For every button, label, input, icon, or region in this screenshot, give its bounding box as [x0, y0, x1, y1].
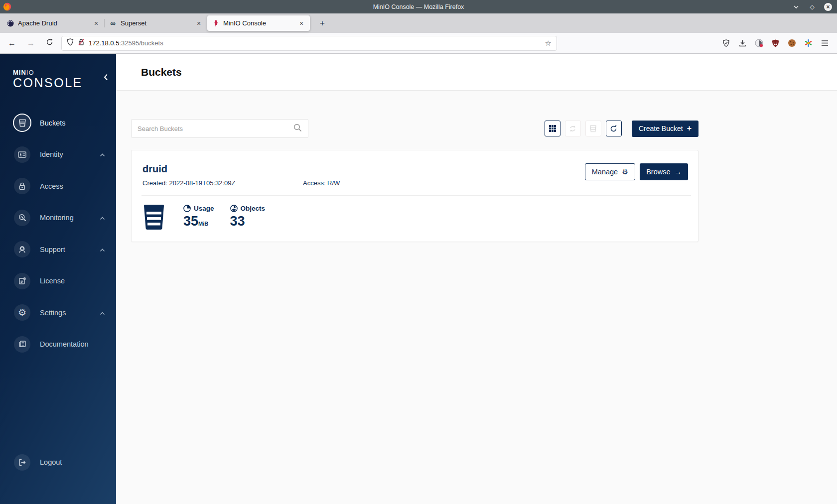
minio-console-logo: MINIO CONSOLE	[0, 54, 116, 90]
support-headset-icon	[14, 241, 30, 257]
logo-console: CONSOLE	[13, 76, 116, 90]
objects-metric: Objects 33	[230, 205, 266, 228]
url-bar[interactable]: 172.18.0.5:32595/buckets ☆	[61, 36, 557, 51]
chevron-up-icon[interactable]	[100, 213, 105, 222]
grid-view-icon	[549, 125, 556, 132]
browser-tabbar: Apache Druid × ∞ Superset × MinIO Consol…	[0, 13, 837, 33]
search-box[interactable]	[131, 119, 308, 138]
identity-card-icon	[14, 146, 30, 163]
theme-asterisk-icon[interactable]	[804, 39, 813, 48]
reload-button[interactable]	[46, 38, 53, 48]
minio-favicon-icon	[212, 19, 219, 27]
forward-button: →	[27, 39, 35, 48]
chevron-down-icon	[793, 5, 799, 9]
sidebar-item-label: Logout	[40, 458, 62, 466]
sidebar-item-identity[interactable]: Identity	[0, 139, 116, 171]
window-maximize-button[interactable]: ◇	[808, 3, 816, 11]
url-text: 172.18.0.5:32595/buckets	[89, 39, 163, 47]
gear-icon: ⚙	[14, 304, 30, 321]
sidebar-menu: Buckets Identity Access Monitoring	[0, 107, 116, 360]
sidebar-item-license[interactable]: License	[0, 265, 116, 297]
sidebar-item-monitoring[interactable]: Monitoring	[0, 202, 116, 234]
objects-label: Objects	[241, 205, 266, 212]
arrow-right-icon: →	[675, 168, 682, 176]
cookie-extension-icon[interactable]	[787, 39, 796, 48]
chevron-up-icon[interactable]	[100, 308, 105, 317]
chevron-up-icon[interactable]	[100, 245, 105, 254]
tab-apache-druid[interactable]: Apache Druid ×	[2, 15, 105, 31]
sidebar-item-label: Identity	[40, 150, 63, 158]
sidebar-item-logout[interactable]: Logout	[0, 447, 116, 479]
refresh-button[interactable]	[606, 121, 622, 136]
window-titlebar: MinIO Console — Mozilla Firefox ◇ ×	[0, 0, 837, 13]
bucket-card[interactable]: druid Created: 2022-08-19T05:32:09Z Acce…	[131, 150, 698, 242]
bucket-large-icon	[142, 205, 165, 230]
sidebar-item-label: License	[40, 277, 65, 285]
bookmark-star-icon[interactable]: ☆	[545, 39, 552, 48]
window-close-button[interactable]: ×	[824, 3, 832, 11]
bucket-icon	[14, 115, 30, 131]
superset-favicon-icon: ∞	[109, 19, 117, 27]
back-button[interactable]: ←	[8, 39, 16, 48]
tracking-protection-shield-icon[interactable]	[67, 38, 74, 48]
sidebar-item-support[interactable]: Support	[0, 234, 116, 265]
create-bucket-button[interactable]: Create Bucket +	[632, 121, 698, 137]
tab-minio-console[interactable]: MinIO Console ×	[207, 15, 310, 31]
manage-button[interactable]: Manage ⚙	[585, 163, 635, 180]
ublock-origin-icon[interactable]	[771, 39, 780, 48]
page-header: Buckets	[116, 54, 837, 91]
delete-bucket-button	[585, 121, 601, 136]
logout-icon	[14, 454, 30, 471]
sync-arrows-icon	[569, 125, 576, 132]
bucket-created: Created: 2022-08-19T05:32:09Z	[142, 179, 303, 187]
tab-close-icon[interactable]: ×	[195, 19, 203, 27]
gear-icon: ⚙	[622, 168, 628, 176]
tab-label: Superset	[121, 19, 191, 27]
objects-disc-icon	[230, 205, 238, 212]
usage-label: Usage	[194, 205, 214, 212]
buckets-toolbar: Create Bucket +	[131, 119, 698, 138]
tab-label: Apache Druid	[18, 19, 88, 27]
browse-button[interactable]: Browse →	[640, 163, 688, 180]
chevron-up-icon[interactable]	[100, 150, 105, 159]
search-icon	[293, 124, 302, 134]
bucket-small-icon	[589, 125, 597, 132]
documentation-book-icon	[14, 336, 30, 353]
extension-icon[interactable]	[754, 39, 763, 48]
sidebar-collapse-button[interactable]	[104, 74, 108, 83]
sidebar-item-settings[interactable]: ⚙ Settings	[0, 297, 116, 329]
tab-close-icon[interactable]: ×	[297, 19, 305, 27]
lock-icon	[14, 178, 30, 194]
sidebar-item-documentation[interactable]: Documentation	[0, 329, 116, 361]
grid-view-button[interactable]	[545, 121, 560, 136]
sidebar: MINIO CONSOLE Buckets Identity	[0, 54, 116, 504]
chevron-left-icon	[104, 74, 108, 81]
browser-navbar: ← → 172.18.0.5:32595/buckets ☆	[0, 33, 837, 54]
license-document-icon	[14, 273, 30, 289]
monitoring-search-icon	[14, 210, 30, 226]
pocket-shield-icon[interactable]	[721, 39, 730, 48]
hamburger-menu-icon[interactable]	[820, 39, 829, 48]
plus-icon: +	[687, 124, 692, 133]
page-title: Buckets	[141, 66, 182, 78]
refresh-icon	[610, 125, 617, 132]
sidebar-item-access[interactable]: Access	[0, 170, 116, 202]
insecure-lock-icon[interactable]	[78, 38, 85, 48]
usage-unit: MiB	[198, 221, 208, 227]
window-minimize-button[interactable]	[792, 3, 800, 11]
replication-button	[565, 121, 581, 136]
sidebar-item-label: Buckets	[40, 119, 66, 127]
sidebar-item-label: Documentation	[40, 340, 89, 348]
sidebar-item-label: Access	[40, 182, 63, 190]
search-input[interactable]	[138, 125, 293, 132]
sidebar-item-buckets[interactable]: Buckets	[0, 107, 116, 139]
objects-value: 33	[230, 215, 266, 228]
tab-superset[interactable]: ∞ Superset ×	[105, 15, 207, 31]
downloads-icon[interactable]	[738, 39, 747, 48]
sidebar-item-label: Support	[40, 246, 65, 253]
tab-label: MinIO Console	[223, 19, 293, 27]
window-title: MinIO Console — Mozilla Firefox	[0, 3, 837, 10]
tab-close-icon[interactable]: ×	[92, 19, 100, 27]
sidebar-item-label: Settings	[40, 309, 66, 317]
new-tab-button[interactable]: +	[316, 17, 329, 30]
